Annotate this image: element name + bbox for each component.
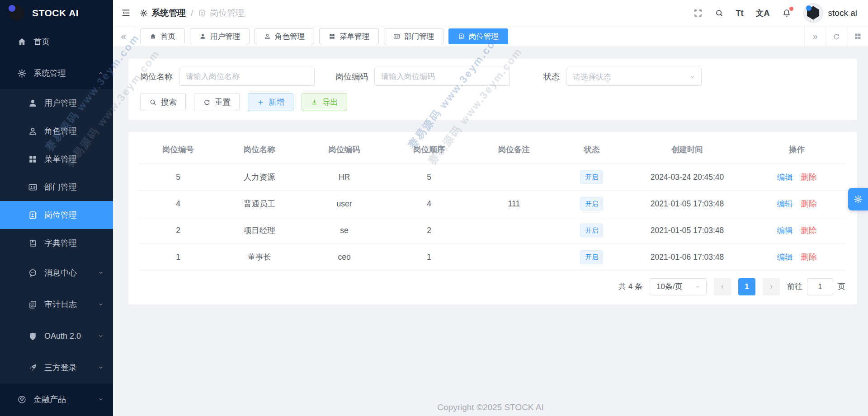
add-button[interactable]: 新增: [248, 93, 293, 111]
post-name-input[interactable]: [179, 68, 315, 86]
breadcrumb: 系统管理 / 岗位管理: [140, 7, 244, 19]
translate-icon[interactable]: 文A: [756, 9, 770, 17]
delete-link[interactable]: 删除: [801, 173, 816, 182]
search-icon[interactable]: [715, 9, 724, 18]
badge-icon: [28, 210, 38, 220]
chat-icon: [28, 268, 38, 278]
sidebar-item-oauth[interactable]: OAuth 2.0: [0, 320, 113, 352]
sidebar-collapse-icon[interactable]: [121, 8, 131, 18]
prev-page-button[interactable]: [714, 278, 731, 295]
cell-post-name: 人力资源: [217, 165, 302, 189]
badge-icon: [198, 9, 206, 17]
cell-post-remark: [472, 224, 557, 237]
app-window: STOCK AI 首页系统管理用户管理角色管理菜单管理部门管理岗位管理字典管理消…: [0, 0, 868, 416]
search-button[interactable]: 搜索: [140, 93, 186, 111]
top-bar: 系统管理 / 岗位管理 Tt文A stock ai: [113, 0, 868, 26]
edit-link[interactable]: 编辑: [777, 226, 793, 235]
breadcrumb-label: 岗位管理: [210, 7, 244, 19]
sidebar-item-depts[interactable]: 部门管理: [0, 173, 113, 201]
refresh-icon[interactable]: [826, 26, 847, 47]
reset-button[interactable]: 重置: [194, 93, 240, 111]
chevron-down-icon: [689, 74, 696, 80]
cell-post-remark: 111: [472, 193, 557, 215]
status-tag: 开启: [580, 197, 603, 210]
sidebar-item-menus[interactable]: 菜单管理: [0, 145, 113, 173]
goto-label: 前往: [787, 281, 802, 292]
user-name: stock ai: [828, 8, 857, 18]
column-header: 岗位编号: [139, 136, 217, 164]
footer-copyright: Copyright ©2025 STOCK AI: [113, 402, 868, 412]
sidebar-item-roles[interactable]: 角色管理: [0, 117, 113, 145]
page-size-select[interactable]: 10条/页: [650, 278, 707, 295]
home-icon: [150, 33, 156, 40]
sidebar-item-third-login[interactable]: 三方登录: [0, 352, 113, 383]
chevron-down-icon: [694, 284, 701, 290]
sidebar-item-label: 用户管理: [44, 98, 104, 108]
tab-posts[interactable]: 岗位管理: [448, 28, 508, 44]
sidebar-item-label: 金融产品: [33, 394, 91, 405]
column-header: 岗位备注: [472, 136, 557, 164]
sidebar-item-finance[interactable]: 金融产品: [0, 383, 113, 415]
refresh-icon: [203, 98, 211, 106]
fullscreen-icon[interactable]: [693, 9, 703, 18]
tabs-scroll-left-icon[interactable]: «: [113, 26, 134, 47]
sidebar-item-dicts[interactable]: 字典管理: [0, 229, 113, 257]
sidebar-item-system[interactable]: 系统管理: [0, 57, 113, 89]
home-icon: [17, 37, 27, 47]
cell-post-id: 1: [139, 246, 217, 268]
badge-icon: [458, 33, 465, 40]
cell-post-remark: [472, 171, 557, 183]
breadcrumb-item-post: 岗位管理: [198, 7, 244, 19]
docs-icon: [28, 300, 38, 309]
settings-drawer-button[interactable]: [848, 188, 868, 210]
chevron-down-icon: [98, 365, 104, 371]
sidebar-item-users[interactable]: 用户管理: [0, 89, 113, 117]
sidebar-item-label: 字典管理: [44, 238, 104, 248]
status-tag: 开启: [580, 224, 603, 237]
idcard-icon: [28, 182, 38, 192]
page-number-1[interactable]: 1: [738, 278, 755, 295]
user-icon: [28, 98, 38, 108]
chevron-up-icon: [98, 70, 104, 76]
tab-roles[interactable]: 角色管理: [255, 28, 314, 44]
edit-link[interactable]: 编辑: [777, 252, 793, 262]
goto-page-input[interactable]: [807, 278, 833, 295]
tab-menus[interactable]: 菜单管理: [319, 28, 379, 44]
logo-icon: [7, 4, 26, 23]
status-select[interactable]: 请选择状态: [566, 68, 702, 86]
next-page-button[interactable]: [763, 278, 780, 295]
tab-users[interactable]: 用户管理: [190, 28, 250, 44]
post-code-input[interactable]: [374, 68, 510, 86]
status-tag: 开启: [580, 250, 603, 264]
sidebar-item-posts[interactable]: 岗位管理: [0, 201, 113, 229]
cell-actions: 编辑删除: [747, 219, 846, 242]
font-size-icon[interactable]: Tt: [736, 9, 744, 17]
sidebar-item-label: 菜单管理: [44, 154, 104, 164]
page-content: 岗位名称 岗位编码 状态 请选择状态: [113, 47, 868, 416]
delete-link[interactable]: 删除: [801, 199, 816, 208]
tabs-scroll-right-icon[interactable]: »: [804, 26, 826, 47]
sidebar-item-label: OAuth 2.0: [44, 332, 91, 341]
sidebar-item-home[interactable]: 首页: [0, 26, 113, 57]
delete-link[interactable]: 删除: [801, 226, 816, 235]
delete-link[interactable]: 删除: [801, 252, 816, 262]
cell-status: 开启: [557, 217, 627, 243]
sidebar-item-messages[interactable]: 消息中心: [0, 257, 113, 289]
search-icon: [149, 98, 157, 106]
tab-home[interactable]: 首页: [140, 28, 185, 44]
cell-status: 开启: [557, 164, 627, 190]
export-button-label: 导出: [322, 97, 338, 108]
edit-link[interactable]: 编辑: [777, 199, 793, 208]
app-logo: STOCK AI: [0, 0, 113, 26]
export-button[interactable]: 导出: [302, 93, 347, 111]
user-menu[interactable]: stock ai: [803, 3, 857, 23]
breadcrumb-item-system[interactable]: 系统管理: [140, 7, 186, 19]
layout-grid-icon[interactable]: [847, 26, 868, 47]
page-size-value: 10条/页: [656, 281, 683, 292]
cell-post-order: 4: [387, 193, 472, 215]
sidebar-item-audit[interactable]: 审计日志: [0, 289, 113, 320]
tab-label: 岗位管理: [469, 32, 499, 42]
notifications-icon[interactable]: [782, 9, 791, 18]
edit-link[interactable]: 编辑: [777, 173, 793, 182]
tab-depts[interactable]: 部门管理: [384, 28, 443, 44]
